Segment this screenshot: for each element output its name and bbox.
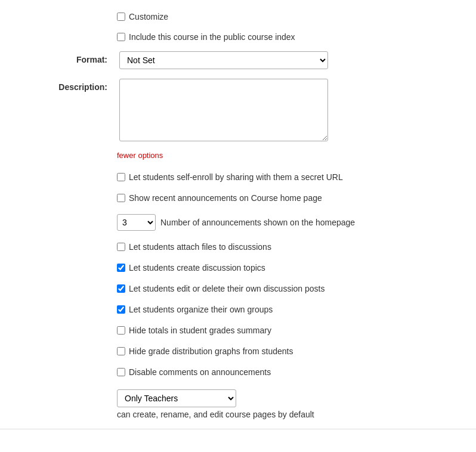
announcements-count-select[interactable]: 1 2 3 4 5 [117,214,156,231]
pages-select[interactable]: Only Teachers Teachers and Students Anyo… [117,389,236,407]
format-row: Format: Not Set On-Campus Online Blended [0,47,476,74]
hide-grade-dist-row: Hide grade distribution graphs from stud… [0,342,476,361]
create-topics-label: Let students create discussion topics [129,263,265,273]
announcements-num-row: 1 2 3 4 5 Number of announcements shown … [0,209,476,236]
hide-grade-dist-label: Hide grade distribution graphs from stud… [129,346,293,356]
hide-totals-container: Hide totals in student grades summary [117,326,466,335]
can-create-text: can create, rename, and edit course page… [117,410,466,419]
organize-groups-label: Let students organize their own groups [129,305,273,314]
section-divider [0,429,476,429]
disable-comments-container: Disable comments on announcements [117,367,466,377]
edit-posts-checkbox[interactable] [117,284,125,293]
format-select[interactable]: Not Set On-Campus Online Blended [119,51,328,69]
attach-files-row: Let students attach files to discussions [0,237,476,256]
description-label: Description: [10,79,117,92]
format-label: Format: [10,51,117,64]
disable-comments-label: Disable comments on announcements [129,367,271,377]
edit-posts-label: Let students edit or delete their own di… [129,284,324,293]
disable-comments-row: Disable comments on announcements [0,363,476,382]
hide-totals-row: Hide totals in student grades summary [0,321,476,340]
customize-checkbox[interactable] [117,13,125,21]
attach-files-label: Let students attach files to discussions [129,242,271,252]
show-announcements-container: Show recent announcements on Course home… [117,193,466,203]
customize-label: Customize [129,12,168,21]
public-index-row: Include this course in the public course… [0,27,476,47]
show-announcements-row: Show recent announcements on Course home… [0,188,476,208]
create-topics-container: Let students create discussion topics [117,263,466,273]
public-index-checkbox-container: Include this course in the public course… [117,32,466,42]
hide-grade-dist-checkbox[interactable] [117,347,125,355]
self-enroll-row: Let students self-enroll by sharing with… [0,168,476,187]
edit-posts-row: Let students edit or delete their own di… [0,279,476,298]
hide-totals-label: Hide totals in student grades summary [129,326,271,335]
organize-groups-checkbox[interactable] [117,305,125,314]
announcements-num-label: Number of announcements shown on the hom… [160,218,355,227]
format-content: Not Set On-Campus Online Blended [117,51,466,69]
description-content [117,79,466,143]
edit-posts-container: Let students edit or delete their own di… [117,284,466,293]
attach-files-checkbox[interactable] [117,243,125,251]
show-announcements-label: Show recent announcements on Course home… [129,193,322,203]
description-row: Description: [0,74,476,148]
options-section: Let students self-enroll by sharing with… [0,168,476,422]
self-enroll-checkbox[interactable] [117,173,125,181]
fewer-options-link[interactable]: fewer options [117,151,163,160]
pages-select-row: Only Teachers Teachers and Students Anyo… [0,383,476,422]
attach-files-container: Let students attach files to discussions [117,242,466,252]
customize-row: Customize [0,6,476,27]
customize-checkbox-container: Customize [117,12,466,21]
description-textarea[interactable] [119,79,328,141]
hide-grade-dist-container: Hide grade distribution graphs from stud… [117,346,466,356]
self-enroll-container: Let students self-enroll by sharing with… [117,172,466,182]
hide-totals-checkbox[interactable] [117,326,125,335]
public-index-checkbox[interactable] [117,33,125,41]
show-announcements-checkbox[interactable] [117,194,125,202]
create-topics-row: Let students create discussion topics [0,258,476,277]
organize-groups-container: Let students organize their own groups [117,305,466,314]
public-index-label: Include this course in the public course… [129,32,295,42]
announcements-count-row: 1 2 3 4 5 Number of announcements shown … [117,214,466,231]
page-container: Customize Include this course in the pub… [0,0,476,442]
self-enroll-label: Let students self-enroll by sharing with… [129,172,343,182]
fewer-options-row: fewer options [0,148,476,166]
create-topics-checkbox[interactable] [117,264,125,272]
organize-groups-row: Let students organize their own groups [0,300,476,319]
disable-comments-checkbox[interactable] [117,368,125,376]
